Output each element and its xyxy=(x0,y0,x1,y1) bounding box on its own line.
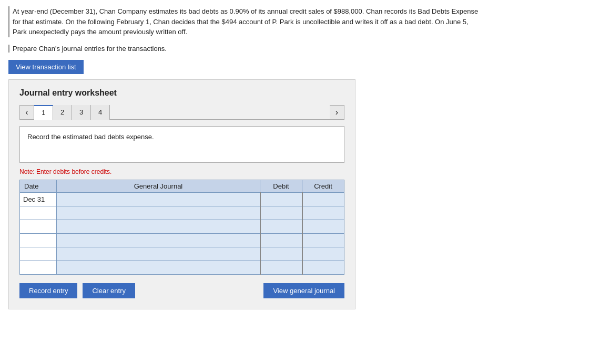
clear-entry-button[interactable]: Clear entry xyxy=(83,283,135,298)
credit-input-2[interactable] xyxy=(305,206,342,220)
col-header-date: Date xyxy=(20,180,57,192)
tab-2[interactable]: 2 xyxy=(53,105,72,120)
debit-cell-4[interactable] xyxy=(260,233,302,247)
journal-cell-1[interactable] xyxy=(57,192,260,206)
next-tab-arrow[interactable]: › xyxy=(330,105,344,120)
debit-cell-5[interactable] xyxy=(260,247,302,261)
table-row xyxy=(20,220,344,233)
credit-input-5[interactable] xyxy=(305,247,342,261)
journal-input-6[interactable] xyxy=(59,261,258,274)
col-header-general-journal: General Journal xyxy=(57,180,260,192)
credit-input-3[interactable] xyxy=(305,220,342,233)
journal-cell-2[interactable] xyxy=(57,206,260,220)
journal-input-5[interactable] xyxy=(59,247,258,261)
table-row xyxy=(20,206,344,220)
credit-input-4[interactable] xyxy=(305,234,342,247)
date-cell-6 xyxy=(20,261,57,274)
tab-navigation: ‹ 1 2 3 4 › xyxy=(19,105,344,120)
prepare-instruction: Prepare Chan's journal entries for the t… xyxy=(8,45,582,53)
date-cell-2 xyxy=(20,206,57,220)
credit-cell-6[interactable] xyxy=(302,261,344,274)
debit-input-1[interactable] xyxy=(263,193,300,206)
credit-cell-1[interactable] xyxy=(302,192,344,206)
view-general-journal-button[interactable]: View general journal xyxy=(263,283,344,298)
tab-1[interactable]: 1 xyxy=(34,105,53,120)
journal-input-1[interactable] xyxy=(59,193,258,206)
tab-spacer xyxy=(110,105,330,120)
table-row: Dec 31 xyxy=(20,192,344,206)
debit-input-3[interactable] xyxy=(263,220,300,233)
tab-3[interactable]: 3 xyxy=(72,105,91,120)
date-cell-4 xyxy=(20,233,57,247)
credit-input-6[interactable] xyxy=(305,261,342,274)
journal-input-4[interactable] xyxy=(59,234,258,247)
journal-cell-6[interactable] xyxy=(57,261,260,274)
credit-cell-5[interactable] xyxy=(302,247,344,261)
debit-input-2[interactable] xyxy=(263,206,300,220)
debit-cell-2[interactable] xyxy=(260,206,302,220)
debit-cell-6[interactable] xyxy=(260,261,302,274)
date-cell-5 xyxy=(20,247,57,261)
journal-cell-5[interactable] xyxy=(57,247,260,261)
journal-cell-4[interactable] xyxy=(57,233,260,247)
debit-input-5[interactable] xyxy=(263,247,300,261)
journal-entry-worksheet: Journal entry worksheet ‹ 1 2 3 4 › Reco… xyxy=(8,79,355,309)
journal-input-3[interactable] xyxy=(59,220,258,233)
instruction-text: Record the estimated bad debts expense. xyxy=(27,133,154,141)
credit-input-1[interactable] xyxy=(305,193,342,206)
prev-tab-arrow[interactable]: ‹ xyxy=(19,105,34,120)
table-row xyxy=(20,261,344,274)
debit-cell-1[interactable] xyxy=(260,192,302,206)
date-cell-3 xyxy=(20,220,57,233)
journal-table: Date General Journal Debit Credit Dec 31 xyxy=(19,180,344,275)
worksheet-title: Journal entry worksheet xyxy=(19,88,344,98)
problem-description: At year-end (December 31), Chan Company … xyxy=(8,6,482,37)
credit-cell-4[interactable] xyxy=(302,233,344,247)
col-header-debit: Debit xyxy=(260,180,302,192)
journal-input-2[interactable] xyxy=(59,206,258,220)
date-cell-1: Dec 31 xyxy=(20,192,57,206)
credit-cell-3[interactable] xyxy=(302,220,344,233)
journal-cell-3[interactable] xyxy=(57,220,260,233)
record-entry-button[interactable]: Record entry xyxy=(19,283,77,298)
view-transaction-list-button[interactable]: View transaction list xyxy=(8,60,84,74)
table-row xyxy=(20,247,344,261)
table-row xyxy=(20,233,344,247)
debit-cell-3[interactable] xyxy=(260,220,302,233)
credit-cell-2[interactable] xyxy=(302,206,344,220)
instruction-box: Record the estimated bad debts expense. xyxy=(19,126,344,163)
col-header-credit: Credit xyxy=(302,180,344,192)
note-text: Note: Enter debits before credits. xyxy=(19,168,344,175)
debit-input-6[interactable] xyxy=(263,261,300,274)
action-buttons-row: Record entry Clear entry View general jo… xyxy=(19,283,344,298)
debit-input-4[interactable] xyxy=(263,234,300,247)
tab-4[interactable]: 4 xyxy=(91,105,110,120)
